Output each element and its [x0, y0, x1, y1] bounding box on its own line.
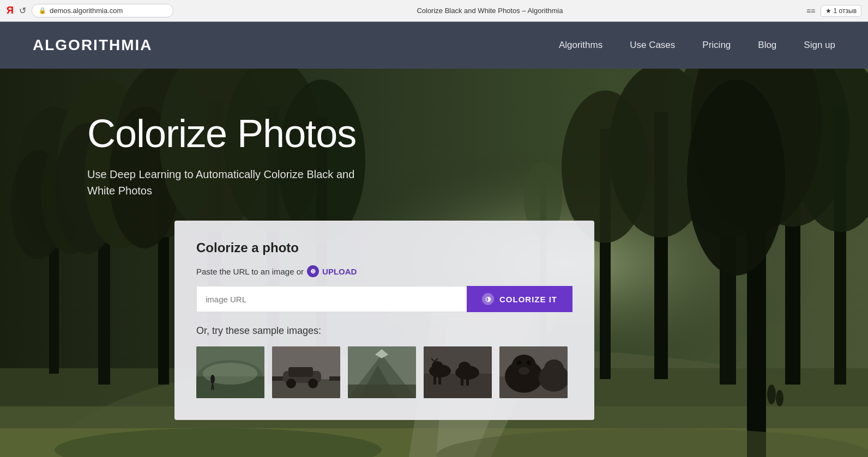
svg-rect-57 [272, 376, 283, 381]
svg-point-80 [517, 361, 521, 365]
widget-title: Colorize a photo [196, 240, 572, 255]
sample-image-2[interactable] [272, 346, 340, 398]
review-button[interactable]: ★ 1 отзыв [821, 5, 861, 17]
svg-point-82 [519, 367, 529, 375]
svg-rect-71 [461, 378, 463, 386]
svg-rect-68 [438, 376, 441, 385]
site-nav: Algorithms Use Cases Pricing Blog Sign u… [559, 40, 835, 51]
svg-rect-58 [329, 376, 340, 381]
site-header: ALGORITHMIA Algorithms Use Cases Pricing… [0, 22, 868, 69]
svg-point-48 [210, 375, 215, 383]
upload-link[interactable]: UPLOAD [322, 267, 357, 276]
widget-card: Colorize a photo Paste the URL to an ima… [174, 221, 594, 420]
svg-rect-72 [466, 378, 469, 386]
yandex-logo[interactable]: Я [7, 5, 14, 16]
nav-blog[interactable]: Blog [758, 40, 776, 51]
sample-image-5[interactable] [499, 346, 568, 398]
svg-point-84 [544, 359, 564, 377]
svg-rect-54 [288, 367, 313, 377]
lock-icon: 🔒 [39, 7, 46, 14]
colorize-button-label: COLORIZE IT [499, 295, 557, 304]
svg-point-56 [308, 379, 318, 388]
input-row: ◑ COLORIZE IT [196, 286, 572, 312]
browser-chrome: Я ↺ 🔒 demos.algorithmia.com Colorize Bla… [0, 0, 868, 22]
nav-signup[interactable]: Sign up [804, 40, 835, 51]
upload-row: Paste the URL to an image or ⊕ UPLOAD [196, 265, 572, 277]
url-text: demos.algorithmia.com [50, 7, 123, 15]
colorize-button[interactable]: ◑ COLORIZE IT [467, 286, 572, 312]
page-title-tab: Colorize Black and White Photos – Algori… [179, 7, 801, 15]
svg-point-73 [459, 362, 471, 371]
svg-rect-63 [348, 385, 416, 398]
sample-image-4[interactable] [424, 346, 492, 398]
reload-button[interactable]: ↺ [19, 5, 26, 16]
sample-label: Or, try these sample images: [196, 325, 572, 337]
sample-image-1[interactable] [196, 346, 264, 398]
svg-point-81 [527, 361, 531, 365]
hero-title: Colorize Photos [87, 112, 868, 155]
image-url-input[interactable] [196, 286, 467, 312]
hero-content: Colorize Photos Use Deep Learning to Aut… [0, 69, 868, 420]
site-logo[interactable]: ALGORITHMIA [33, 36, 559, 54]
sample-image-3[interactable] [348, 346, 416, 398]
svg-point-55 [286, 379, 296, 388]
nav-use-cases[interactable]: Use Cases [630, 40, 675, 51]
url-bar[interactable]: 🔒 demos.algorithmia.com [32, 4, 173, 17]
nav-algorithms[interactable]: Algorithms [559, 40, 602, 51]
nav-pricing[interactable]: Pricing [702, 40, 731, 51]
svg-rect-67 [433, 376, 436, 385]
upload-circle-icon: ⊕ [307, 265, 319, 277]
reader-mode-icon[interactable]: ≡≡ [806, 7, 815, 15]
upload-label: Paste the URL to an image or [196, 267, 304, 276]
hero-subtitle: Use Deep Learning to Automatically Color… [87, 166, 371, 199]
hero-section: Colorize Photos Use Deep Learning to Aut… [0, 69, 868, 457]
sample-images-row [196, 346, 572, 398]
svg-point-69 [432, 361, 443, 370]
colorize-button-icon: ◑ [482, 293, 494, 305]
